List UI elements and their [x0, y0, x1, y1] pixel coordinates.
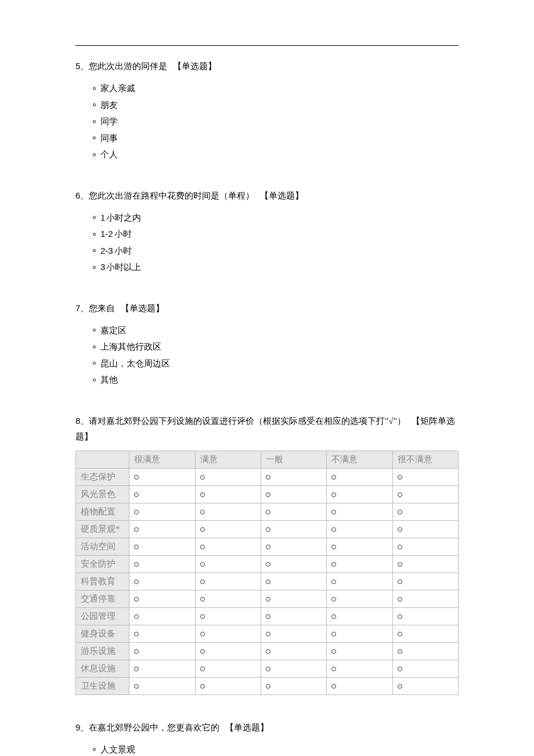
q7-number: 7、 — [75, 303, 89, 313]
matrix-cell[interactable] — [261, 538, 326, 555]
matrix-cell[interactable] — [129, 573, 195, 590]
matrix-cell[interactable] — [129, 642, 195, 660]
matrix-row-label: 硬质景观* — [76, 520, 129, 538]
q7-option[interactable]: 昆山，太仓周边区 — [93, 355, 459, 372]
matrix-cell[interactable] — [327, 590, 392, 607]
matrix-cell[interactable] — [327, 660, 392, 677]
matrix-cell[interactable] — [392, 485, 458, 503]
matrix-cell[interactable] — [261, 660, 326, 677]
question-6-title: 6、您此次出游在路程中花费的时间是（单程）【单选题】 — [75, 188, 459, 204]
matrix-cell[interactable] — [261, 485, 326, 503]
matrix-row-label: 活动空间 — [76, 538, 129, 555]
matrix-cell[interactable] — [129, 677, 195, 694]
matrix-cell[interactable] — [327, 520, 392, 538]
matrix-cell[interactable] — [261, 642, 326, 660]
matrix-cell[interactable] — [129, 538, 195, 555]
matrix-cell[interactable] — [195, 538, 261, 555]
radio-icon — [93, 136, 96, 139]
matrix-cell[interactable] — [327, 625, 392, 642]
matrix-row-label: 游乐设施 — [76, 642, 129, 660]
matrix-cell[interactable] — [327, 677, 392, 694]
matrix-cell[interactable] — [392, 660, 458, 677]
radio-icon — [93, 153, 96, 156]
matrix-cell[interactable] — [195, 590, 261, 607]
option-en: 3 — [100, 259, 105, 276]
matrix-cell[interactable] — [327, 485, 392, 503]
radio-icon — [266, 614, 270, 619]
q7-option[interactable]: 上海其他行政区 — [93, 339, 459, 355]
matrix-cell[interactable] — [327, 573, 392, 590]
matrix-cell[interactable] — [392, 607, 458, 625]
matrix-cell[interactable] — [327, 538, 392, 555]
q7-option[interactable]: 其他 — [93, 372, 459, 388]
q5-option[interactable]: 朋友 — [93, 97, 459, 114]
matrix-cell[interactable] — [129, 590, 195, 607]
matrix-cell[interactable] — [392, 573, 458, 590]
radio-icon — [266, 492, 270, 497]
matrix-cell[interactable] — [195, 660, 261, 677]
matrix-cell[interactable] — [327, 503, 392, 520]
matrix-cell[interactable] — [195, 485, 261, 503]
matrix-row: 安全防护 — [76, 555, 459, 573]
matrix-cell[interactable] — [392, 590, 458, 607]
q6-option[interactable]: 2-3 小时 — [93, 243, 459, 260]
radio-icon — [398, 510, 402, 514]
matrix-cell[interactable] — [327, 607, 392, 625]
radio-icon — [93, 120, 96, 123]
matrix-cell[interactable] — [195, 677, 261, 694]
matrix-cell[interactable] — [129, 555, 195, 573]
matrix-cell[interactable] — [327, 555, 392, 573]
matrix-cell[interactable] — [327, 642, 392, 660]
matrix-cell[interactable] — [195, 520, 261, 538]
q5-option[interactable]: 同学 — [93, 113, 459, 130]
q6-option[interactable]: 1-2 小时 — [93, 226, 459, 243]
radio-icon — [200, 527, 205, 532]
radio-icon — [398, 649, 402, 654]
q5-option[interactable]: 同事 — [93, 130, 459, 147]
matrix-cell[interactable] — [195, 503, 261, 520]
matrix-cell[interactable] — [129, 468, 195, 485]
q5-option[interactable]: 个人 — [93, 146, 459, 163]
matrix-cell[interactable] — [392, 468, 458, 485]
matrix-cell[interactable] — [195, 625, 261, 642]
radio-icon — [331, 649, 336, 654]
q6-option[interactable]: 1 小时之内 — [93, 210, 459, 226]
matrix-row: 风光景色 — [76, 485, 459, 503]
matrix-cell[interactable] — [261, 573, 326, 590]
matrix-cell[interactable] — [261, 607, 326, 625]
matrix-cell[interactable] — [261, 677, 326, 694]
q6-option[interactable]: 3 小时以上 — [93, 259, 459, 276]
option-en: 1-2 — [100, 226, 113, 243]
matrix-cell[interactable] — [129, 503, 195, 520]
matrix-cell[interactable] — [392, 555, 458, 573]
matrix-cell[interactable] — [261, 590, 326, 607]
matrix-cell[interactable] — [195, 555, 261, 573]
matrix-cell[interactable] — [129, 520, 195, 538]
matrix-cell[interactable] — [195, 607, 261, 625]
matrix-cell[interactable] — [392, 503, 458, 520]
radio-icon — [331, 579, 336, 584]
q9-option[interactable]: 人文景观 — [93, 741, 459, 757]
matrix-cell[interactable] — [261, 625, 326, 642]
q5-options: 家人亲戚 朋友 同学 同事 个人 — [75, 80, 459, 163]
matrix-cell[interactable] — [261, 468, 326, 485]
matrix-cell[interactable] — [392, 625, 458, 642]
matrix-cell[interactable] — [195, 468, 261, 485]
matrix-cell[interactable] — [392, 677, 458, 694]
option-label: 小时 — [114, 226, 132, 243]
q7-option[interactable]: 嘉定区 — [93, 322, 459, 339]
q5-option[interactable]: 家人亲戚 — [93, 80, 459, 97]
matrix-cell[interactable] — [327, 468, 392, 485]
matrix-cell[interactable] — [392, 642, 458, 660]
matrix-cell[interactable] — [392, 538, 458, 555]
matrix-cell[interactable] — [129, 485, 195, 503]
matrix-cell[interactable] — [261, 555, 326, 573]
matrix-cell[interactable] — [195, 573, 261, 590]
matrix-cell[interactable] — [195, 642, 261, 660]
matrix-cell[interactable] — [129, 607, 195, 625]
matrix-cell[interactable] — [129, 625, 195, 642]
matrix-cell[interactable] — [129, 660, 195, 677]
matrix-cell[interactable] — [261, 520, 326, 538]
matrix-cell[interactable] — [261, 503, 326, 520]
matrix-cell[interactable] — [392, 520, 458, 538]
